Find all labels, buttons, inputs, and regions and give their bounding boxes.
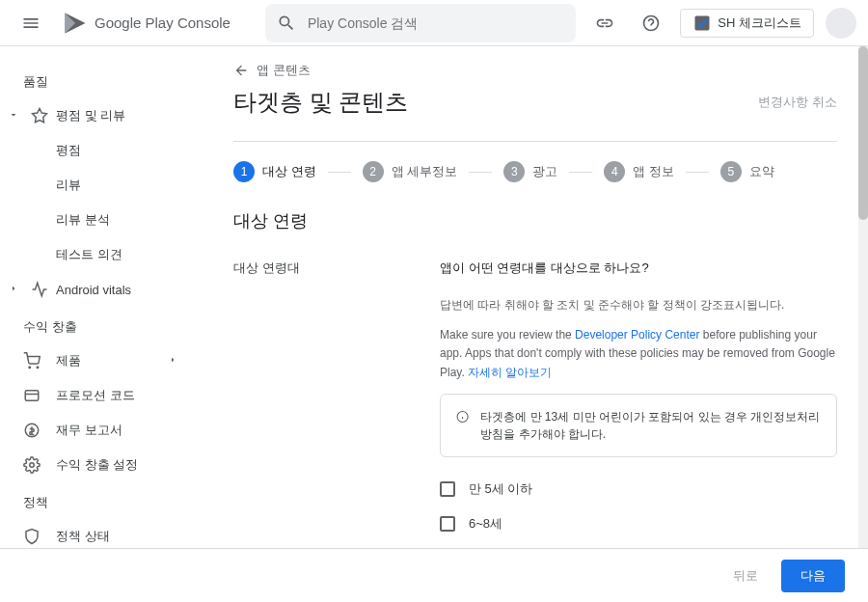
sidebar-label: Android vitals bbox=[56, 283, 131, 297]
menu-button[interactable] bbox=[12, 4, 50, 42]
step-label: 광고 bbox=[532, 163, 557, 180]
svg-rect-3 bbox=[25, 391, 39, 401]
form-content: 앱이 어떤 연령대를 대상으로 하나요? 답변에 따라 취해야 할 조치 및 준… bbox=[440, 260, 837, 548]
checkbox-label: 만 5세 이하 bbox=[469, 480, 532, 498]
sidebar-item-ratings-reviews[interactable]: 평점 및 리뷰 bbox=[0, 98, 202, 133]
page-header: 타겟층 및 콘텐츠 변경사항 취소 bbox=[233, 87, 837, 118]
sidebar: 품질 평점 및 리뷰 평점 리뷰 리뷰 분석 테스트 의견 Android vi… bbox=[0, 46, 203, 548]
cart-icon bbox=[23, 352, 41, 369]
checklist-label: SH 체크리스트 bbox=[718, 14, 801, 32]
sidebar-item-financial-reports[interactable]: 재무 보고서 bbox=[0, 413, 202, 448]
step-label: 앱 정보 bbox=[633, 163, 674, 180]
shield-icon bbox=[23, 528, 41, 545]
help-icon bbox=[641, 14, 661, 33]
discard-changes[interactable]: 변경사항 취소 bbox=[758, 94, 837, 111]
checklist-icon bbox=[692, 14, 712, 33]
avatar[interactable] bbox=[826, 8, 856, 39]
svg-point-1 bbox=[29, 367, 31, 369]
checkbox[interactable] bbox=[440, 516, 455, 532]
sidebar-item-test-feedback[interactable]: 테스트 의견 bbox=[0, 237, 202, 272]
step-circle: 4 bbox=[604, 161, 625, 182]
step-connector bbox=[686, 172, 709, 173]
scrollbar-thumb[interactable] bbox=[858, 46, 868, 220]
step-circle: 2 bbox=[363, 161, 384, 182]
link-icon bbox=[595, 14, 614, 33]
chevron-down-icon bbox=[8, 109, 23, 123]
vitals-icon bbox=[31, 281, 48, 298]
sidebar-section-monetize: 수익 창출 bbox=[0, 307, 202, 343]
sidebar-label: 평점 및 리뷰 bbox=[56, 107, 125, 124]
step-circle: 3 bbox=[503, 161, 525, 182]
form-row: 대상 연령대 앱이 어떤 연령대를 대상으로 하나요? 답변에 따라 취해야 할… bbox=[233, 260, 837, 548]
section-heading: 대상 연령 bbox=[233, 209, 837, 233]
step-label: 앱 세부정보 bbox=[392, 163, 458, 180]
search-box[interactable] bbox=[265, 4, 576, 42]
divider bbox=[233, 141, 837, 142]
checkbox[interactable] bbox=[440, 481, 455, 497]
play-console-icon bbox=[62, 10, 89, 37]
sidebar-item-promo-codes[interactable]: 프로모션 코드 bbox=[0, 378, 202, 413]
sidebar-item-ratings[interactable]: 평점 bbox=[0, 133, 202, 168]
sidebar-item-android-vitals[interactable]: Android vitals bbox=[0, 272, 202, 307]
header: Google Play Console SH 체크리스트 bbox=[0, 0, 868, 46]
sidebar-item-monetization-setup[interactable]: 수익 창출 설정 bbox=[0, 448, 202, 482]
sidebar-section-policy: 정책 bbox=[0, 482, 202, 519]
step-1[interactable]: 1대상 연령 bbox=[233, 161, 316, 182]
alert-text: 타겟층에 만 13세 미만 어린이가 포함되어 있는 경우 개인정보처리방침을 … bbox=[480, 408, 821, 443]
star-icon bbox=[31, 107, 48, 124]
hamburger-icon bbox=[21, 14, 41, 33]
step-3[interactable]: 3광고 bbox=[503, 161, 557, 182]
promo-icon bbox=[23, 387, 41, 404]
svg-point-5 bbox=[30, 463, 35, 468]
header-actions: SH 체크리스트 bbox=[587, 6, 856, 41]
step-connector bbox=[328, 172, 351, 173]
chevron-right-icon bbox=[8, 283, 23, 297]
help-text-1: 답변에 따라 취해야 할 조치 및 준수해야 할 정책이 강조표시됩니다. bbox=[440, 296, 837, 315]
sidebar-section-quality: 품질 bbox=[0, 62, 202, 98]
sidebar-item-review-analysis[interactable]: 리뷰 분석 bbox=[0, 203, 202, 237]
learn-more-link[interactable]: 자세히 알아보기 bbox=[468, 366, 552, 379]
search-input[interactable] bbox=[308, 15, 564, 31]
age-option-0[interactable]: 만 5세 이하 bbox=[440, 480, 837, 498]
question: 앱이 어떤 연령대를 대상으로 하나요? bbox=[440, 260, 837, 277]
step-label: 요약 bbox=[749, 163, 774, 180]
sidebar-item-policy-status[interactable]: 정책 상태 bbox=[0, 519, 202, 548]
step-4[interactable]: 4앱 정보 bbox=[604, 161, 674, 182]
sidebar-item-reviews[interactable]: 리뷰 bbox=[0, 168, 202, 203]
age-checkbox-list: 만 5세 이하6~8세9~12세13~15세16~17세만 18세 이상 bbox=[440, 480, 837, 548]
step-connector bbox=[469, 172, 492, 173]
page-title: 타겟층 및 콘텐츠 bbox=[233, 87, 408, 118]
info-icon bbox=[456, 408, 469, 425]
money-icon bbox=[23, 422, 41, 439]
breadcrumb[interactable]: 앱 콘텐츠 bbox=[233, 62, 837, 79]
policy-center-link[interactable]: Developer Policy Center bbox=[575, 328, 699, 342]
help-text-2: Make sure you review the Developer Polic… bbox=[440, 326, 837, 382]
help-icon-button[interactable] bbox=[634, 6, 668, 41]
scrollbar[interactable] bbox=[858, 46, 868, 548]
link-icon-button[interactable] bbox=[587, 6, 622, 41]
checklist-chip[interactable]: SH 체크리스트 bbox=[680, 9, 814, 38]
form-label: 대상 연령대 bbox=[233, 260, 417, 548]
gear-icon bbox=[23, 456, 41, 474]
step-circle: 5 bbox=[720, 161, 742, 182]
step-circle: 1 bbox=[233, 161, 255, 182]
info-alert: 타겟층에 만 13세 미만 어린이가 포함되어 있는 경우 개인정보처리방침을 … bbox=[440, 394, 837, 457]
checkbox-label: 6~8세 bbox=[469, 515, 502, 533]
stepper: 1대상 연령2앱 세부정보3광고4앱 정보5요약 bbox=[233, 161, 837, 182]
svg-point-2 bbox=[37, 367, 39, 369]
step-2[interactable]: 2앱 세부정보 bbox=[363, 161, 458, 182]
main-content: 앱 콘텐츠 타겟층 및 콘텐츠 변경사항 취소 1대상 연령2앱 세부정보3광고… bbox=[203, 46, 868, 548]
chevron-right-icon bbox=[167, 354, 178, 369]
age-option-1[interactable]: 6~8세 bbox=[440, 515, 837, 533]
step-5[interactable]: 5요약 bbox=[720, 161, 774, 182]
step-label: 대상 연령 bbox=[262, 163, 316, 180]
logo-text: Google Play Console bbox=[95, 14, 231, 31]
logo[interactable]: Google Play Console bbox=[62, 10, 231, 37]
search-icon bbox=[277, 14, 296, 33]
step-connector bbox=[569, 172, 592, 173]
arrow-left-icon bbox=[233, 63, 249, 78]
sidebar-item-products[interactable]: 제품 bbox=[0, 343, 202, 378]
